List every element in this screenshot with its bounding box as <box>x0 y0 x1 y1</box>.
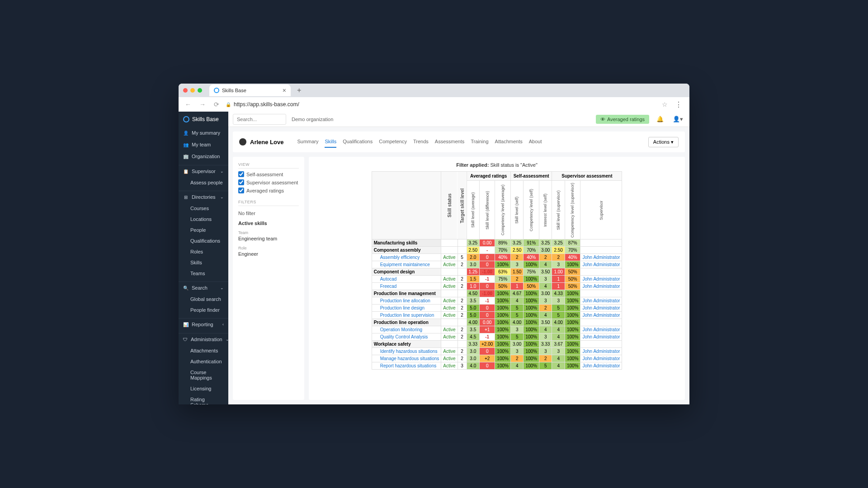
view-panel: VIEW Self-assessmentSupervisor assessmen… <box>233 157 304 400</box>
user-menu-icon[interactable]: 👤▾ <box>671 116 685 122</box>
new-tab-button[interactable]: + <box>294 86 304 94</box>
close-window-icon[interactable] <box>183 88 188 93</box>
url-bar[interactable]: https://app.skills-base.com/ <box>226 101 657 108</box>
filters-heading: FILTERS <box>238 200 299 206</box>
tab-qualifications[interactable]: Qualifications <box>343 136 373 148</box>
supervisor-link[interactable]: John Administrator <box>580 312 622 319</box>
table-row: FreecadActive21.0050%150%4150%John Admin… <box>372 283 622 290</box>
sidebar-item-course-mappings[interactable]: Course Mappings <box>179 367 228 383</box>
skill-link[interactable]: Autocad <box>372 276 441 283</box>
supervisor-link[interactable]: John Administrator <box>580 276 622 283</box>
sidebar-section-directories[interactable]: ⊞Directories⌄ <box>179 191 228 203</box>
sidebar-section-search[interactable]: 🔍Search⌄ <box>179 282 228 294</box>
supervisor-link[interactable]: John Administrator <box>580 283 622 290</box>
forward-button[interactable]: → <box>198 100 208 109</box>
table-row: Production line allocationActive23.5-110… <box>372 297 622 305</box>
bookmark-icon[interactable]: ☆ <box>662 101 668 108</box>
tab-about[interactable]: About <box>529 136 542 148</box>
supervisor-link[interactable]: John Administrator <box>580 297 622 305</box>
nav-icon: 👤 <box>183 130 189 136</box>
supervisor-link[interactable]: John Administrator <box>580 355 622 362</box>
skill-link[interactable]: Production line allocation <box>372 297 441 305</box>
supervisor-link[interactable]: John Administrator <box>580 333 622 341</box>
sidebar-item-qualifications[interactable]: Qualifications <box>179 235 228 246</box>
skill-link[interactable]: Equipment maintainence <box>372 261 441 268</box>
sidebar-item-locations[interactable]: Locations <box>179 214 228 225</box>
role-label: Role <box>238 246 299 250</box>
check-self-assessment[interactable]: Self-assessment <box>238 171 299 177</box>
averaged-ratings-pill[interactable]: 👁 Averaged ratings <box>596 115 649 124</box>
search-input[interactable] <box>233 114 286 125</box>
skill-link[interactable]: Quality Control Analysis <box>372 333 441 341</box>
check-supervisor-assessment[interactable]: Supervisor assessment <box>238 179 299 185</box>
table-row-label: Production line operation <box>372 319 441 326</box>
skill-link[interactable]: Operation Monitoring <box>372 326 441 333</box>
browser-menu-icon[interactable]: ⋮ <box>672 100 685 109</box>
skill-link[interactable]: Report hazardous situations <box>372 362 441 370</box>
skill-link[interactable]: Production line supervision <box>372 312 441 319</box>
sidebar-item-authentication[interactable]: Authentication <box>179 356 228 367</box>
minimize-window-icon[interactable] <box>190 88 195 93</box>
skill-link[interactable]: Assembly efficiency <box>372 254 441 261</box>
supervisor-link[interactable]: John Administrator <box>580 261 622 268</box>
person-tabs: SummarySkillsQualificationsCompetencyTre… <box>297 136 542 148</box>
actions-button[interactable]: Actions ▾ <box>648 137 679 147</box>
active-skills-filter[interactable]: Active skills <box>238 221 299 226</box>
team-label: Team <box>238 230 299 235</box>
check-averaged-ratings[interactable]: Averaged ratings <box>238 188 299 193</box>
tab-competency[interactable]: Competency <box>379 136 407 148</box>
sidebar-item-my-team[interactable]: 👥My team <box>179 139 228 150</box>
team-value: Engineering team <box>238 236 299 241</box>
tab-title: Skills Base <box>222 88 246 93</box>
skill-link[interactable]: Manage hazardous situations <box>372 355 441 362</box>
supervisor-link[interactable]: John Administrator <box>580 254 622 261</box>
supervisor-link[interactable]: John Administrator <box>580 305 622 312</box>
tab-attachments[interactable]: Attachments <box>495 136 523 148</box>
supervisor-link[interactable]: John Administrator <box>580 362 622 370</box>
person-header: Arlene Love SummarySkillsQualificationsC… <box>233 131 685 152</box>
supervisor-link[interactable]: John Administrator <box>580 326 622 333</box>
tab-skills[interactable]: Skills <box>325 136 336 148</box>
sidebar-item-courses[interactable]: Courses <box>179 203 228 214</box>
url-text: https://app.skills-base.com/ <box>234 101 299 108</box>
org-name: Demo organization <box>292 117 333 122</box>
sidebar-item-people[interactable]: People <box>179 225 228 235</box>
tab-close-icon[interactable]: × <box>283 87 286 94</box>
tab-training[interactable]: Training <box>471 136 488 148</box>
notifications-icon[interactable]: 🔔 <box>655 116 665 122</box>
supervisor-link[interactable]: John Administrator <box>580 348 622 355</box>
sidebar-item-organization[interactable]: 🏢Organization <box>179 150 228 162</box>
sidebar-item-teams[interactable]: Teams <box>179 268 228 279</box>
reload-button[interactable]: ⟳ <box>212 100 221 109</box>
sidebar-item-my-summary[interactable]: 👤My summary <box>179 127 228 139</box>
skill-link[interactable]: Production line design <box>372 305 441 312</box>
brand[interactable]: Skills Base <box>179 112 228 127</box>
sidebar-item-global-search[interactable]: Global search <box>179 294 228 305</box>
tab-trends[interactable]: Trends <box>413 136 429 148</box>
brand-icon <box>183 116 189 122</box>
back-button[interactable]: ← <box>183 100 193 109</box>
sidebar-item-skills[interactable]: Skills <box>179 257 228 268</box>
no-filter[interactable]: No filter <box>238 211 299 216</box>
sidebar-item-roles[interactable]: Roles <box>179 246 228 257</box>
table-row: Report hazardous situationsActive34.0010… <box>372 362 622 370</box>
nav-icon: 🏢 <box>183 154 189 159</box>
sidebar-item-attachments[interactable]: Attachments <box>179 345 228 356</box>
section-icon: ⊞ <box>183 194 189 200</box>
sidebar-section-supervisor[interactable]: 📋Supervisor⌄ <box>179 165 228 177</box>
maximize-window-icon[interactable] <box>198 88 202 93</box>
sidebar-item-licensing[interactable]: Licensing <box>179 383 228 394</box>
tab-summary[interactable]: Summary <box>297 136 318 148</box>
tab-assessments[interactable]: Assessments <box>435 136 464 148</box>
sidebar-item-people-finder[interactable]: People finder <box>179 305 228 315</box>
sidebar-section-administration[interactable]: 🛡Administration⌄ <box>179 333 228 345</box>
browser-tab[interactable]: Skills Base × <box>209 84 291 96</box>
skills-table: Skill statusTarget skill levelAveraged r… <box>372 171 623 370</box>
sidebar-item-assess-people[interactable]: Assess people <box>179 177 228 188</box>
skill-link[interactable]: Identify hazardous situations <box>372 348 441 355</box>
skill-link[interactable]: Freecad <box>372 283 441 290</box>
sidebar-section-reporting[interactable]: 📊Reporting‹ <box>179 318 228 330</box>
chevron-icon: ‹ <box>222 322 224 327</box>
section-icon: 🛡 <box>183 337 188 342</box>
sidebar-item-rating-scheme[interactable]: Rating Scheme <box>179 394 228 404</box>
